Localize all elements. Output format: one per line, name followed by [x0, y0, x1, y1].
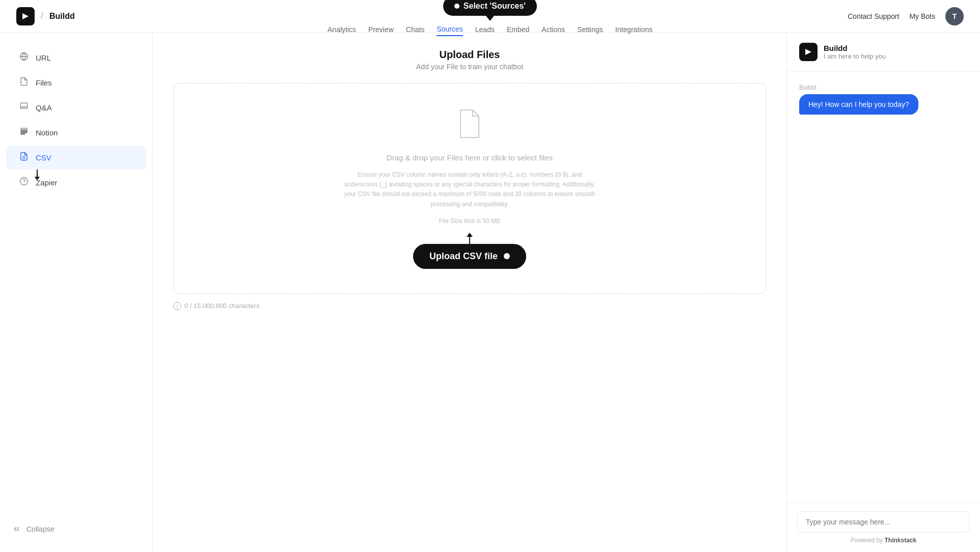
- chat-bot-icon: [799, 43, 818, 61]
- sidebar-item-label-files: Files: [36, 78, 52, 87]
- chat-bot-info: Buildd I am here to help you: [824, 44, 886, 60]
- file-size-limit: File Size limit is 50 MB: [439, 217, 501, 225]
- chat-input[interactable]: [797, 511, 970, 533]
- header-nav: Select 'Sources' Analytics Preview Chats…: [328, 0, 652, 36]
- upload-title: Upload Files: [173, 49, 766, 61]
- svg-point-5: [20, 178, 28, 185]
- drop-text: Drag & drop your Files here or click to …: [387, 153, 553, 162]
- chat-bubble: Hey! How can I help you today?: [799, 94, 918, 115]
- powered-by: Powered by Thinkstack: [797, 537, 970, 544]
- file-upload-icon: [456, 108, 483, 145]
- upload-section: Upload CSV file: [413, 233, 526, 269]
- csv-icon: [18, 152, 30, 163]
- upload-subtitle: Add your File to train your chatbot: [173, 63, 766, 71]
- tooltip-text: Select 'Sources': [464, 2, 526, 11]
- header-left: / Buildd: [16, 7, 75, 25]
- sidebar-item-label-url: URL: [36, 53, 51, 62]
- chat-footer: Powered by Thinkstack: [787, 503, 980, 552]
- sidebar-item-files[interactable]: Files: [6, 71, 146, 95]
- notion-icon: [18, 127, 30, 139]
- chat-body: Buildd Hey! How can I help you today?: [787, 72, 980, 503]
- tooltip-arrow: [486, 16, 494, 21]
- sidebar-item-csv[interactable]: CSV: [6, 146, 146, 170]
- sidebar-item-url[interactable]: URL: [6, 46, 146, 70]
- collapse-label: Collapse: [26, 525, 54, 533]
- sidebar: URL Files Q&A: [0, 33, 153, 552]
- sidebar-item-label-csv: CSV: [36, 153, 51, 162]
- arrow-line-up: [469, 237, 470, 244]
- arrow-head-up: [467, 233, 473, 237]
- avatar[interactable]: T: [945, 7, 964, 25]
- url-icon: [18, 52, 30, 64]
- sidebar-item-notion[interactable]: Notion: [6, 121, 146, 145]
- sidebar-item-label-qa: Q&A: [36, 103, 52, 112]
- upload-btn-label: Upload CSV file: [429, 251, 498, 262]
- main-layout: URL Files Q&A: [0, 33, 980, 552]
- sidebar-item-zapier[interactable]: Zapier: [6, 171, 146, 195]
- logo-slash: /: [41, 11, 43, 21]
- tooltip-dot: [454, 4, 459, 9]
- sidebar-items: URL Files Q&A: [0, 45, 152, 518]
- char-count-text: 0 / 15,000,000 characters: [184, 302, 259, 310]
- logo-icon: [16, 7, 35, 25]
- chat-panel: Buildd I am here to help you Buildd Hey!…: [786, 33, 980, 552]
- content-area: Upload Files Add your File to train your…: [153, 33, 786, 552]
- info-icon: i: [173, 302, 181, 310]
- header-right: Contact Support My Bots T: [848, 7, 964, 25]
- collapse-icon: [12, 525, 21, 534]
- sidebar-item-label-notion: Notion: [36, 128, 58, 137]
- drop-hint: Ensure your CSV column names contain onl…: [342, 170, 597, 209]
- contact-support-link[interactable]: Contact Support: [848, 12, 899, 20]
- sidebar-item-qa[interactable]: Q&A: [6, 96, 146, 120]
- chat-bot-status: I am here to help you: [824, 52, 886, 60]
- zapier-icon: [18, 177, 30, 188]
- sidebar-item-csv-wrapper: Click on 'CSV' CSV: [0, 146, 152, 170]
- chat-message-bot: Buildd Hey! How can I help you today?: [799, 84, 968, 115]
- char-count: i 0 / 15,000,000 characters: [173, 302, 766, 310]
- upload-btn-dot: [504, 253, 510, 259]
- header: / Buildd Select 'Sources' Analytics Prev…: [0, 0, 980, 33]
- app-name: Buildd: [49, 12, 75, 21]
- my-bots-link[interactable]: My Bots: [909, 12, 935, 20]
- chat-bot-name: Buildd: [824, 44, 886, 52]
- qa-icon: [18, 102, 30, 114]
- sources-tooltip: Select 'Sources': [443, 0, 537, 16]
- sidebar-collapse[interactable]: Collapse: [0, 518, 152, 540]
- chat-msg-label: Buildd: [799, 84, 816, 91]
- upload-csv-button[interactable]: Upload CSV file: [413, 244, 526, 269]
- chat-header: Buildd I am here to help you: [787, 33, 980, 72]
- files-icon: [18, 77, 30, 89]
- upload-arrow-up: [467, 233, 473, 244]
- brand-name: Thinkstack: [885, 537, 917, 544]
- drop-zone[interactable]: Drag & drop your Files here or click to …: [173, 83, 766, 294]
